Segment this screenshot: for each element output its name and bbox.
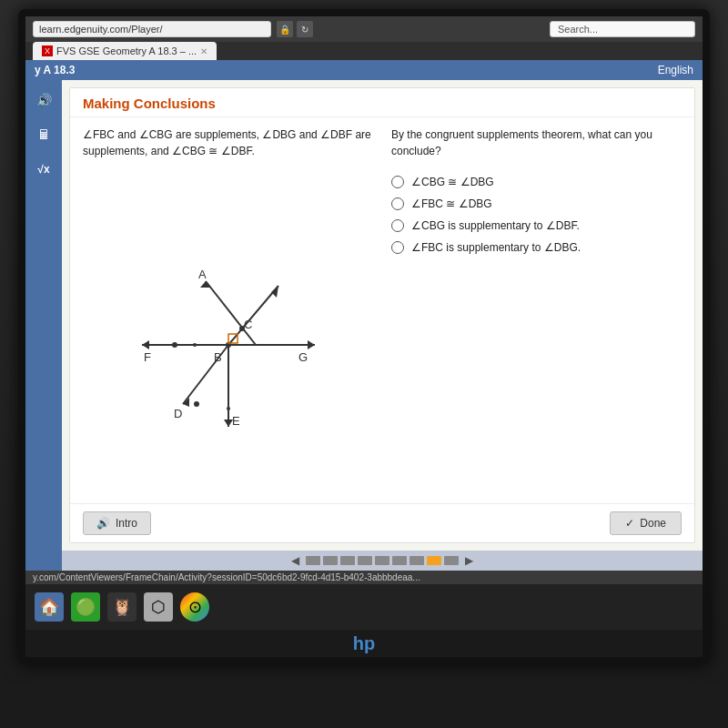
right-panel: By the congruent supplements theorem, wh… (391, 126, 682, 494)
nav-dot-9[interactable] (444, 556, 459, 565)
svg-marker-6 (200, 281, 211, 288)
left-panel: ∠FBC and ∠CBG are supplements, ∠DBG and … (83, 126, 373, 494)
intro-label: Intro (116, 517, 137, 530)
tab-favicon-icon: X (42, 46, 53, 56)
options-list: ∠CBG ≅ ∠DBG ∠FBC ≅ ∠DBG ∠C (391, 176, 682, 254)
radio-4[interactable] (391, 241, 404, 254)
intro-button[interactable]: 🔊 Intro (83, 511, 151, 535)
label-a: A (198, 268, 207, 281)
laptop-frame: learn.edgenuity.com/Player/ 🔒 ↻ Search..… (0, 0, 728, 728)
browser-chrome: learn.edgenuity.com/Player/ 🔒 ↻ Search..… (25, 16, 703, 60)
label-b: B (214, 350, 222, 364)
label-c: C (244, 318, 252, 331)
main-content: Making Conclusions ∠FBC and ∠CBG are sup… (62, 80, 703, 571)
label-f: F (144, 350, 151, 364)
done-button[interactable]: ✓ Done (610, 511, 682, 535)
nav-dot-6[interactable] (392, 556, 407, 565)
nav-dot-3[interactable] (340, 556, 355, 565)
taskbar-chrome-icon[interactable]: ⊙ (180, 592, 209, 622)
url-bar[interactable]: learn.edgenuity.com/Player/ (33, 21, 271, 37)
browser-icons: 🔒 ↻ (277, 21, 313, 37)
app-header: y A 18.3 English (25, 60, 703, 80)
search-input[interactable]: Search... (550, 21, 695, 37)
label-g: G (298, 350, 308, 364)
svg-point-16 (194, 401, 199, 407)
svg-marker-8 (271, 286, 278, 298)
screen-bezel: learn.edgenuity.com/Player/ 🔒 ↻ Search..… (18, 9, 710, 664)
lesson-body: ∠FBC and ∠CBG are supplements, ∠DBG and … (70, 117, 694, 503)
option-3[interactable]: ∠CBG is supplementary to ∠DBF. (391, 219, 682, 232)
svg-line-5 (206, 281, 256, 345)
nav-dots-bar: ◀ ▶ (62, 551, 703, 571)
label-d: D (174, 407, 182, 420)
lock-icon: 🔒 (277, 21, 293, 37)
taskbar: 🏠 🟢 🦉 ⬡ ⊙ (25, 584, 703, 630)
active-tab[interactable]: X FVS GSE Geometry A 18.3 – ... ✕ (33, 42, 217, 60)
app-title: y A 18.3 (35, 64, 75, 76)
tab-label: FVS GSE Geometry A 18.3 – ... (56, 46, 197, 56)
sidebar: 🔊 🖩 √x (25, 80, 62, 571)
bottom-bar: hp (25, 630, 703, 657)
lesson-header: Making Conclusions (70, 88, 694, 117)
taskbar-icon-1[interactable]: 🟢 (71, 592, 100, 622)
label-e: E (232, 414, 240, 428)
svg-point-17 (227, 407, 230, 410)
refresh-icon[interactable]: ↻ (297, 21, 313, 37)
lesson-footer: 🔊 Intro ✓ Done (70, 503, 694, 542)
nav-dot-1[interactable] (306, 556, 320, 565)
hp-logo: hp (353, 633, 375, 654)
radio-3[interactable] (391, 219, 404, 232)
radio-1[interactable] (391, 176, 404, 188)
nav-dot-5[interactable] (375, 556, 389, 565)
question-text: By the congruent supplements theorem, wh… (391, 126, 682, 159)
browser-tabs: X FVS GSE Geometry A 18.3 – ... ✕ (25, 42, 703, 60)
lesson-title: Making Conclusions (83, 96, 682, 111)
svg-line-7 (228, 286, 278, 345)
tab-close-icon[interactable]: ✕ (200, 46, 207, 56)
next-arrow[interactable]: ▶ (461, 554, 477, 567)
option-2[interactable]: ∠FBC ≅ ∠DBG (391, 197, 682, 210)
language-label: English (658, 64, 693, 76)
status-url: y.com/ContentViewers/FrameChain/Activity… (33, 572, 420, 582)
nav-dot-7[interactable] (410, 556, 424, 565)
done-label: Done (640, 517, 666, 530)
diagram-container: A C B F G (83, 168, 373, 494)
sidebar-audio-icon[interactable]: 🔊 (33, 89, 55, 111)
svg-point-14 (172, 342, 177, 348)
option-1-text: ∠CBG ≅ ∠DBG (411, 176, 494, 188)
radio-2[interactable] (391, 197, 404, 210)
option-3-text: ∠CBG is supplementary to ∠DBF. (411, 219, 580, 232)
status-bar: y.com/ContentViewers/FrameChain/Activity… (25, 571, 703, 584)
option-4[interactable]: ∠FBC is supplementary to ∠DBG. (391, 241, 682, 254)
screen: learn.edgenuity.com/Player/ 🔒 ↻ Search..… (25, 16, 703, 657)
taskbar-start-icon[interactable]: 🏠 (35, 592, 64, 622)
browser-toolbar: learn.edgenuity.com/Player/ 🔒 ↻ Search..… (25, 16, 703, 42)
svg-point-15 (193, 343, 197, 347)
option-4-text: ∠FBC is supplementary to ∠DBG. (411, 241, 581, 254)
taskbar-icon-2[interactable]: 🦉 (107, 592, 136, 622)
lesson-card: Making Conclusions ∠FBC and ∠CBG are sup… (69, 87, 695, 543)
checkmark-icon: ✓ (625, 517, 634, 530)
option-2-text: ∠FBC ≅ ∠DBG (411, 197, 492, 210)
prev-arrow[interactable]: ◀ (288, 554, 303, 567)
taskbar-icon-3[interactable]: ⬡ (144, 592, 173, 622)
svg-marker-1 (142, 340, 149, 349)
svg-marker-2 (308, 340, 315, 349)
sidebar-math-icon[interactable]: √x (33, 158, 55, 180)
nav-dot-4[interactable] (358, 556, 372, 565)
premise-text: ∠FBC and ∠CBG are supplements, ∠DBG and … (83, 126, 373, 159)
app-body: 🔊 🖩 √x Making Conclusions (25, 80, 703, 571)
geometry-diagram: A C B F G (124, 227, 333, 436)
speaker-icon: 🔊 (96, 517, 110, 530)
page-content: y A 18.3 English 🔊 🖩 √x (25, 60, 703, 584)
app-header-left: y A 18.3 (35, 64, 75, 76)
sidebar-calculator-icon[interactable]: 🖩 (33, 124, 55, 146)
option-1[interactable]: ∠CBG ≅ ∠DBG (391, 176, 682, 188)
nav-dot-2[interactable] (323, 556, 338, 565)
nav-dot-8[interactable] (427, 556, 441, 565)
